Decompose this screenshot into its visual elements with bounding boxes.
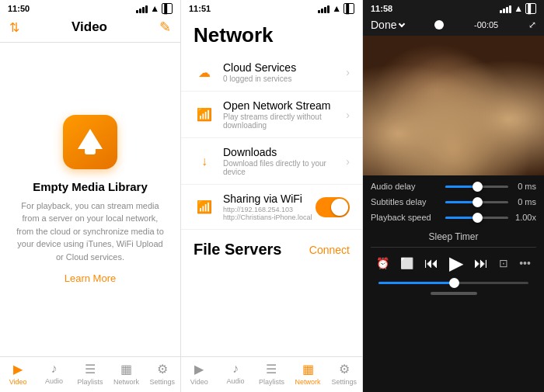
- battery-icon-2: ▌: [343, 3, 354, 14]
- downloads-title: Downloads: [223, 146, 346, 158]
- connect-button[interactable]: Connect: [309, 244, 350, 256]
- chevron-icon-3: ›: [346, 155, 350, 168]
- network-tab-icon: ▦: [120, 362, 132, 376]
- progress-track[interactable]: [378, 282, 528, 284]
- prev-icon[interactable]: ⏮: [424, 255, 438, 272]
- wifi-sharing-item: 📶 Sharing via WiFi http://192.168.254.10…: [181, 185, 362, 230]
- signal-icon-2: [318, 4, 330, 13]
- battery-icon-3: ▌: [525, 3, 536, 14]
- done-button[interactable]: Done: [371, 19, 404, 31]
- status-bar-3: 11:58 ▲ ▌: [363, 0, 544, 16]
- chevron-icon-1: ›: [346, 66, 350, 78]
- cloud-services-title: Cloud Services: [223, 61, 346, 74]
- time-2: 11:51: [189, 4, 211, 13]
- screen-icon[interactable]: ⬜: [400, 257, 413, 269]
- network-title: Network: [181, 16, 362, 54]
- chevron-icon-2: ›: [346, 109, 350, 121]
- player-scrubber[interactable]: [434, 20, 444, 29]
- wifi-icon-3: ▲: [514, 3, 523, 14]
- audio-delay-label: Audio delay: [371, 182, 441, 191]
- wifi-sharing-title: Sharing via WiFi: [223, 193, 316, 205]
- progress-bar-row: [371, 279, 536, 287]
- wifi-sharing-toggle[interactable]: [316, 197, 350, 217]
- wifi-sharing-subtitle: http://192.168.254.103http://Christians-…: [223, 206, 316, 221]
- time-3: 11:58: [371, 4, 392, 13]
- tab-network-1[interactable]: ▦ Network: [108, 362, 144, 386]
- network-content: Network ☁ Cloud Services 0 logged in ser…: [181, 16, 362, 356]
- wifi-icon: ▲: [150, 3, 159, 14]
- vlc-logo: [63, 115, 117, 169]
- play-icon[interactable]: ▶: [449, 252, 463, 274]
- status-bar-2: 11:51 ▲ ▌: [181, 0, 362, 16]
- audio-tab-icon: ♪: [51, 362, 58, 376]
- audio-tab-icon-2: ♪: [232, 362, 239, 376]
- home-indicator: [431, 292, 477, 295]
- status-bar-1: 11:50 ▲ ▌: [0, 0, 180, 16]
- tab-video-2[interactable]: ▶ Video: [181, 362, 218, 386]
- more-icon[interactable]: •••: [519, 257, 531, 269]
- cloud-services-subtitle: 0 logged in services: [223, 75, 346, 83]
- cloud-services-text: Cloud Services 0 logged in services: [223, 61, 346, 83]
- player-controls: ⏰ ⬜ ⏮ ▶ ⏭ ⊡ •••: [371, 247, 536, 279]
- cloud-services-item[interactable]: ☁ Cloud Services 0 logged in services ›: [181, 54, 362, 92]
- tab-video-label-2: Video: [190, 378, 208, 386]
- tab-audio-1[interactable]: ♪ Audio: [36, 362, 71, 386]
- tab-video-1[interactable]: ▶ Video: [0, 362, 36, 386]
- network-tab-icon-2: ▦: [302, 362, 314, 376]
- tab-network-label-2: Network: [295, 378, 321, 386]
- tab-bar-1: ▶ Video ♪ Audio ☰ Playlists ▦ Network ⚙ …: [0, 356, 180, 392]
- controls-panel: Audio delay 0 ms Subtitles delay 0 ms Pl…: [363, 175, 544, 392]
- cloud-icon: ☁: [194, 61, 215, 83]
- tab-playlists-label-2: Playlists: [259, 378, 284, 386]
- tab-settings-2[interactable]: ⚙ Settings: [326, 362, 362, 386]
- done-label: Done: [371, 19, 396, 31]
- video-tab-icon: ▶: [13, 362, 23, 376]
- tab-bar-2: ▶ Video ♪ Audio ☰ Playlists ▦ Network ⚙ …: [181, 356, 362, 392]
- panel-player: 11:58 ▲ ▌ Done -00:05 ⤢ Audio delay: [363, 0, 544, 392]
- file-servers-section: File Servers Connect: [181, 230, 362, 263]
- panel-network: 11:51 ▲ ▌ Network ☁ Cloud Services 0 log…: [181, 0, 363, 392]
- tab-playlists-1[interactable]: ☰ Playlists: [72, 362, 108, 386]
- signal-icon-3: [500, 4, 511, 13]
- scrubber-thumb[interactable]: [434, 20, 444, 29]
- downloads-item[interactable]: ↓ Downloads Download files directly to y…: [181, 138, 362, 185]
- tab-network-2[interactable]: ▦ Network: [290, 362, 326, 386]
- signal-icon: [136, 4, 148, 13]
- subtitles-delay-value: 0 ms: [513, 197, 536, 206]
- stream-icon: 📶: [194, 104, 215, 126]
- video-thumbnail: [363, 36, 544, 175]
- playback-speed-slider[interactable]: [445, 217, 508, 219]
- open-network-item[interactable]: 📶 Open Network Stream Play streams direc…: [181, 92, 362, 138]
- tab-audio-label-2: Audio: [226, 377, 244, 385]
- tab-settings-label-2: Settings: [331, 378, 357, 386]
- empty-state: Empty Media Library For playback, you ca…: [0, 43, 180, 356]
- tab-video-label-1: Video: [9, 378, 27, 386]
- sort-icon[interactable]: ⇅: [9, 20, 19, 35]
- clock-icon[interactable]: ⏰: [376, 257, 389, 269]
- time-display: -00:05: [474, 20, 498, 29]
- playlists-tab-icon-2: ☰: [266, 362, 277, 376]
- tab-settings-1[interactable]: ⚙ Settings: [145, 362, 180, 386]
- wifi-sharing-text: Sharing via WiFi http://192.168.254.103h…: [223, 193, 316, 221]
- tab-network-label-1: Network: [113, 378, 139, 386]
- header-1: ⇅ Video ✎: [0, 16, 180, 43]
- fullscreen-icon[interactable]: ⤢: [528, 19, 536, 30]
- settings-tab-icon: ⚙: [157, 362, 168, 376]
- tab-audio-2[interactable]: ♪ Audio: [218, 362, 254, 386]
- panel-video: 11:50 ▲ ▌ ⇅ Video ✎ Empty Media Library …: [0, 0, 181, 392]
- playback-speed-row: Playback speed 1.00x: [371, 213, 536, 222]
- sleep-timer-label: Sleep Timer: [371, 228, 536, 247]
- next-icon[interactable]: ⏭: [474, 255, 488, 272]
- tab-settings-label-1: Settings: [150, 378, 176, 386]
- open-network-text: Open Network Stream Play streams directl…: [223, 99, 346, 130]
- captions-icon[interactable]: ⊡: [499, 257, 508, 269]
- time-1: 11:50: [8, 4, 30, 13]
- tab-playlists-2[interactable]: ☰ Playlists: [253, 362, 290, 386]
- audio-delay-slider[interactable]: [445, 186, 508, 188]
- edit-icon[interactable]: ✎: [159, 19, 171, 36]
- downloads-subtitle: Download files directly to your device: [223, 159, 346, 176]
- download-icon: ↓: [194, 151, 215, 172]
- learn-more-link[interactable]: Learn More: [65, 272, 116, 284]
- video-frame: [363, 36, 544, 175]
- subtitles-delay-slider[interactable]: [445, 201, 508, 203]
